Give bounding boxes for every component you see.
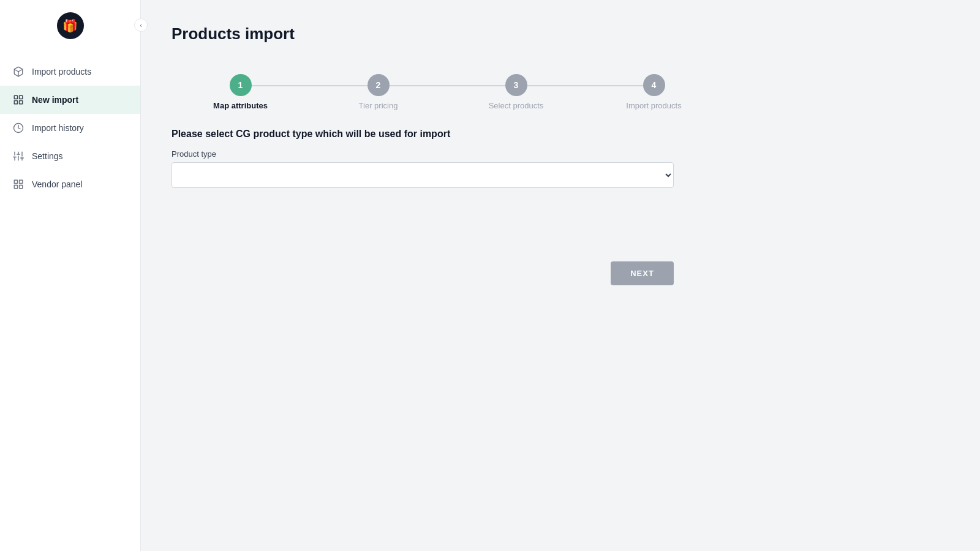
step-3-label: Select products: [489, 101, 544, 110]
svg-rect-4: [14, 101, 17, 104]
form-section: Please select CG product type which will…: [172, 129, 949, 188]
sidebar-item-new-import-label: New import: [32, 95, 78, 105]
sidebar-item-import-products-label: Import products: [32, 67, 91, 77]
step-4: 4 Import products: [585, 74, 723, 110]
sidebar-item-import-history-label: Import history: [32, 123, 84, 133]
form-heading: Please select CG product type which will…: [172, 129, 949, 140]
svg-rect-1: [14, 96, 17, 99]
sidebar-item-import-history[interactable]: Import history: [0, 114, 140, 142]
step-4-circle: 4: [643, 74, 665, 96]
next-button[interactable]: NEXT: [611, 261, 674, 285]
step-2: 2 Tier pricing: [309, 74, 447, 110]
page-title: Products import: [172, 24, 949, 43]
step-2-label: Tier pricing: [359, 101, 398, 110]
sliders-icon: [12, 150, 24, 162]
svg-rect-16: [20, 180, 23, 183]
step-2-circle: 2: [368, 74, 390, 96]
sidebar: 🎁 ‹ Import products: [0, 0, 141, 551]
step-1: 1 Map attributes: [172, 74, 309, 110]
new-import-icon: [12, 94, 24, 106]
step-3: 3 Select products: [447, 74, 585, 110]
app-logo: 🎁: [57, 12, 84, 39]
svg-rect-15: [14, 180, 17, 183]
main-content: Products import 1 Map attributes 2 Tier …: [141, 0, 980, 551]
step-1-circle: 1: [230, 74, 252, 96]
sidebar-item-settings[interactable]: Settings: [0, 142, 140, 170]
package-icon: [12, 66, 24, 78]
grid-icon: [12, 178, 24, 190]
product-type-select[interactable]: [172, 162, 674, 188]
svg-rect-3: [20, 101, 23, 104]
step-4-label: Import products: [626, 101, 681, 110]
sidebar-item-settings-label: Settings: [32, 151, 63, 161]
svg-rect-17: [20, 186, 23, 189]
product-type-label: Product type: [172, 149, 949, 159]
svg-rect-2: [20, 96, 23, 99]
sidebar-item-vendor-panel-label: Vendor panel: [32, 179, 83, 189]
sidebar-item-vendor-panel[interactable]: Vendor panel: [0, 170, 140, 198]
step-3-circle: 3: [505, 74, 527, 96]
clock-icon: [12, 122, 24, 134]
sidebar-collapse-button[interactable]: ‹: [134, 18, 148, 32]
step-1-label: Map attributes: [213, 101, 268, 110]
sidebar-nav: Import products New import: [0, 51, 140, 204]
sidebar-item-new-import[interactable]: New import: [0, 86, 140, 114]
actions-bar: NEXT: [172, 261, 674, 285]
sidebar-item-import-products[interactable]: Import products: [0, 58, 140, 86]
svg-rect-18: [14, 186, 17, 189]
stepper: 1 Map attributes 2 Tier pricing 3 Select…: [172, 68, 723, 129]
sidebar-logo: 🎁: [0, 0, 140, 51]
